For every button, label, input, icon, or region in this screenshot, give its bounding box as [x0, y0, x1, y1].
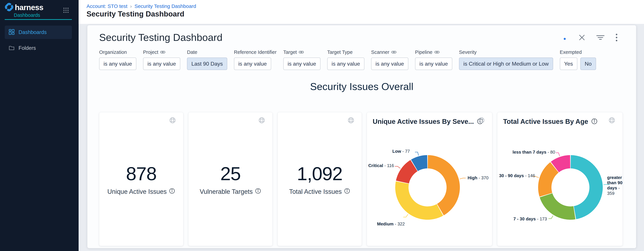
filter-severity: Severity is Critical or High or Medium o… [459, 49, 553, 70]
page-title: Security Testing Dashboard [86, 10, 184, 18]
cursor-dot [564, 38, 566, 40]
dashboard-title: Security Testing Dashboard [99, 32, 222, 43]
filter-target: Target is any value [283, 49, 320, 70]
filter-scanner-value[interactable]: is any value [371, 57, 408, 70]
kebab-menu-icon[interactable] [616, 33, 618, 41]
stat-label: Vulnerable Targets [200, 188, 253, 195]
segment-label-less-than-7-days: less than 7 days - 80 [512, 150, 555, 155]
stat-value: 1,092 [297, 163, 342, 185]
stat-value: 25 [220, 163, 241, 185]
filter-pipeline: Pipeline is any value [415, 49, 452, 70]
sidebar-nav: Dashboards Folders [5, 25, 72, 55]
sidebar-item-dashboards[interactable]: Dashboards [5, 25, 72, 39]
filter-reference-identifier-value[interactable]: is any value [234, 57, 271, 70]
globe-icon [258, 117, 265, 124]
segment-label-high: High - 370 [468, 175, 488, 181]
filter-bar: Organization is any value Project is any… [87, 43, 636, 70]
info-icon[interactable] [169, 188, 175, 196]
harness-logo: harness [5, 3, 43, 12]
filter-date: Date Last 90 Days [187, 49, 227, 70]
chart-card-unique-active-issues-by-severity: Unique Active Issues By Seve... Low - 77… [367, 112, 492, 246]
filter-icon[interactable] [596, 34, 604, 41]
link-icon [160, 49, 165, 55]
stat-value: 878 [126, 163, 156, 185]
filter-label: Severity [459, 49, 477, 55]
sidebar-item-label: Folders [18, 45, 36, 51]
globe-icon [169, 117, 176, 124]
info-icon[interactable] [255, 188, 261, 196]
filter-exempted-yes-button[interactable]: Yes [560, 57, 577, 70]
filter-reference-identifier: Reference Identifier is any value [234, 49, 276, 70]
sidebar-module-label: Dashboards [14, 12, 40, 18]
filter-target-type: Target Type is any value [327, 49, 364, 70]
dashboards-grid-icon [9, 29, 14, 35]
topbar: Account: STO test › Security Testing Das… [78, 0, 644, 24]
filter-label: Date [187, 49, 197, 55]
filter-target-type-value[interactable]: is any value [327, 57, 364, 70]
link-icon [391, 49, 396, 55]
segment-label-7-30-days: 7 - 30 days - 173 [514, 216, 547, 222]
harness-logo-icon [5, 3, 14, 12]
filter-label: Pipeline [415, 49, 432, 55]
link-icon [299, 49, 304, 55]
filter-target-value[interactable]: is any value [283, 57, 320, 70]
filter-label: Project [143, 49, 158, 55]
filter-label: Target Type [327, 49, 353, 55]
stat-label: Unique Active Issues [108, 188, 167, 195]
filter-label: Scanner [371, 49, 389, 55]
sidebar-item-folders[interactable]: Folders [5, 41, 72, 55]
segment-label-low: Low - 77 [392, 149, 410, 154]
filter-organization-value[interactable]: is any value [99, 57, 136, 70]
stat-card-total-active-issues: 1,092 Total Active Issues [278, 112, 362, 246]
cards-row: 878 Unique Active Issues 25 Vulnerable T… [87, 112, 636, 246]
filter-project-value[interactable]: is any value [143, 57, 180, 70]
filter-date-value[interactable]: Last 90 Days [187, 57, 227, 70]
filter-label: Exempted [560, 49, 582, 55]
sidebar: harness Dashboards Dashboards [0, 0, 78, 251]
filter-label: Reference Identifier [234, 49, 276, 55]
stat-card-unique-active-issues: 878 Unique Active Issues [99, 112, 183, 246]
section-title: Security Issues Overall [87, 81, 636, 92]
globe-icon [348, 117, 354, 124]
segment-label-30-90-days: 30 - 90 days - 146 [499, 173, 535, 178]
harness-logo-text: harness [15, 3, 43, 12]
filter-scanner: Scanner is any value [371, 49, 408, 70]
filter-label: Organization [99, 49, 127, 55]
segment-label-medium: Medium - 322 [377, 221, 405, 227]
sidebar-divider [5, 19, 72, 20]
filter-pipeline-value[interactable]: is any value [415, 57, 452, 70]
close-icon[interactable] [578, 34, 585, 41]
panel-header: Security Testing Dashboard [87, 25, 636, 43]
filter-organization: Organization is any value [99, 49, 136, 70]
info-icon[interactable] [344, 188, 350, 196]
filter-severity-value[interactable]: is Critical or High or Medium or Low [459, 57, 553, 70]
breadcrumb-page-link[interactable]: Security Testing Dashboard [134, 3, 196, 9]
link-icon [434, 49, 440, 55]
filter-label: Target [283, 49, 297, 55]
chart-card-total-active-issues-by-age: Total Active Issues By Age less than 7 d… [497, 112, 622, 246]
segment-label-critical: Critical - 116 [368, 163, 394, 168]
module-grid-icon[interactable] [63, 7, 69, 14]
breadcrumb: Account: STO test › Security Testing Das… [86, 3, 196, 9]
segment-label-greater-than-90-days: greater than 90 days - 359 [607, 175, 626, 196]
folder-icon [9, 45, 14, 51]
filter-exempted-no-button[interactable]: No [580, 57, 596, 70]
breadcrumb-account-link[interactable]: Account: STO test [86, 3, 128, 9]
panel-actions [578, 33, 618, 41]
breadcrumb-separator: › [130, 3, 132, 9]
donut-chart-age[interactable] [498, 112, 623, 246]
filter-exempted: Exempted Yes No [560, 49, 596, 70]
stat-card-vulnerable-targets: 25 Vulnerable Targets [188, 112, 272, 246]
sidebar-item-label: Dashboards [18, 29, 47, 35]
filter-project: Project is any value [143, 49, 180, 70]
stat-label: Total Active Issues [289, 188, 342, 195]
dashboard-panel: Security Testing Dashboard Organization … [87, 25, 636, 248]
